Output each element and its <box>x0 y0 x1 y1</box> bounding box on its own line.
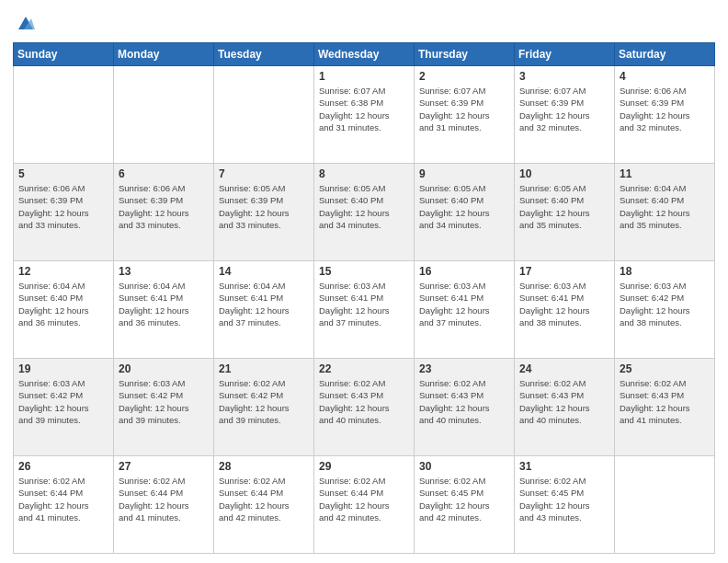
calendar-day-4: 4Sunrise: 6:06 AM Sunset: 6:39 PM Daylig… <box>615 66 715 164</box>
day-info: Sunrise: 6:02 AM Sunset: 6:43 PM Dayligh… <box>620 377 710 426</box>
calendar-day-23: 23Sunrise: 6:02 AM Sunset: 6:43 PM Dayli… <box>415 359 515 456</box>
calendar-week-row: 5Sunrise: 6:06 AM Sunset: 6:39 PM Daylig… <box>14 164 715 261</box>
calendar-day-2: 2Sunrise: 6:07 AM Sunset: 6:39 PM Daylig… <box>415 66 515 164</box>
day-number: 15 <box>319 265 409 278</box>
calendar-empty-cell <box>14 66 114 164</box>
day-number: 21 <box>219 362 309 375</box>
day-info: Sunrise: 6:05 AM Sunset: 6:39 PM Dayligh… <box>219 182 309 231</box>
day-number: 31 <box>519 460 609 473</box>
day-number: 8 <box>319 167 409 180</box>
day-number: 17 <box>519 265 609 278</box>
day-number: 2 <box>419 70 509 83</box>
calendar-day-13: 13Sunrise: 6:04 AM Sunset: 6:41 PM Dayli… <box>114 261 214 359</box>
day-number: 23 <box>419 362 509 375</box>
calendar-header-row: SundayMondayTuesdayWednesdayThursdayFrid… <box>14 43 715 66</box>
calendar-day-30: 30Sunrise: 6:02 AM Sunset: 6:45 PM Dayli… <box>415 456 515 554</box>
calendar-day-27: 27Sunrise: 6:02 AM Sunset: 6:44 PM Dayli… <box>114 456 214 554</box>
logo <box>13 13 37 35</box>
col-header-saturday: Saturday <box>615 43 715 66</box>
calendar-page: SundayMondayTuesdayWednesdayThursdayFrid… <box>0 0 728 563</box>
calendar-day-22: 22Sunrise: 6:02 AM Sunset: 6:43 PM Dayli… <box>314 359 415 456</box>
day-number: 26 <box>18 460 108 473</box>
day-info: Sunrise: 6:06 AM Sunset: 6:39 PM Dayligh… <box>119 182 209 231</box>
day-info: Sunrise: 6:02 AM Sunset: 6:44 PM Dayligh… <box>18 475 108 523</box>
day-info: Sunrise: 6:05 AM Sunset: 6:40 PM Dayligh… <box>519 182 609 231</box>
calendar-week-row: 19Sunrise: 6:03 AM Sunset: 6:42 PM Dayli… <box>14 359 715 456</box>
day-number: 25 <box>620 362 710 375</box>
day-number: 1 <box>319 70 409 83</box>
calendar-day-12: 12Sunrise: 6:04 AM Sunset: 6:40 PM Dayli… <box>14 261 114 359</box>
day-info: Sunrise: 6:04 AM Sunset: 6:41 PM Dayligh… <box>219 280 309 328</box>
day-number: 19 <box>18 362 108 375</box>
calendar-day-25: 25Sunrise: 6:02 AM Sunset: 6:43 PM Dayli… <box>615 359 715 456</box>
day-number: 12 <box>18 265 108 278</box>
day-number: 20 <box>119 362 209 375</box>
calendar-day-6: 6Sunrise: 6:06 AM Sunset: 6:39 PM Daylig… <box>114 164 214 261</box>
calendar-empty-cell <box>214 66 314 164</box>
day-info: Sunrise: 6:03 AM Sunset: 6:42 PM Dayligh… <box>119 377 209 426</box>
day-info: Sunrise: 6:02 AM Sunset: 6:45 PM Dayligh… <box>519 475 609 523</box>
calendar-day-1: 1Sunrise: 6:07 AM Sunset: 6:38 PM Daylig… <box>314 66 415 164</box>
col-header-thursday: Thursday <box>415 43 515 66</box>
day-info: Sunrise: 6:02 AM Sunset: 6:43 PM Dayligh… <box>319 377 409 426</box>
day-info: Sunrise: 6:04 AM Sunset: 6:40 PM Dayligh… <box>620 182 710 231</box>
day-number: 5 <box>18 167 108 180</box>
col-header-sunday: Sunday <box>14 43 114 66</box>
calendar-day-24: 24Sunrise: 6:02 AM Sunset: 6:43 PM Dayli… <box>515 359 615 456</box>
day-number: 4 <box>620 70 710 83</box>
calendar-empty-cell <box>615 456 715 554</box>
day-number: 13 <box>119 265 209 278</box>
day-number: 30 <box>419 460 509 473</box>
day-info: Sunrise: 6:07 AM Sunset: 6:38 PM Dayligh… <box>319 85 409 133</box>
day-info: Sunrise: 6:07 AM Sunset: 6:39 PM Dayligh… <box>519 85 609 133</box>
calendar-day-18: 18Sunrise: 6:03 AM Sunset: 6:42 PM Dayli… <box>615 261 715 359</box>
day-number: 14 <box>219 265 309 278</box>
calendar-day-8: 8Sunrise: 6:05 AM Sunset: 6:40 PM Daylig… <box>314 164 415 261</box>
calendar-day-14: 14Sunrise: 6:04 AM Sunset: 6:41 PM Dayli… <box>214 261 314 359</box>
calendar-day-5: 5Sunrise: 6:06 AM Sunset: 6:39 PM Daylig… <box>14 164 114 261</box>
day-info: Sunrise: 6:04 AM Sunset: 6:41 PM Dayligh… <box>119 280 209 328</box>
calendar-week-row: 1Sunrise: 6:07 AM Sunset: 6:38 PM Daylig… <box>14 66 715 164</box>
day-info: Sunrise: 6:05 AM Sunset: 6:40 PM Dayligh… <box>319 182 409 231</box>
calendar-week-row: 26Sunrise: 6:02 AM Sunset: 6:44 PM Dayli… <box>14 456 715 554</box>
calendar-day-16: 16Sunrise: 6:03 AM Sunset: 6:41 PM Dayli… <box>415 261 515 359</box>
col-header-tuesday: Tuesday <box>214 43 314 66</box>
col-header-wednesday: Wednesday <box>314 43 415 66</box>
day-info: Sunrise: 6:02 AM Sunset: 6:44 PM Dayligh… <box>219 475 309 523</box>
col-header-friday: Friday <box>515 43 615 66</box>
calendar-day-20: 20Sunrise: 6:03 AM Sunset: 6:42 PM Dayli… <box>114 359 214 456</box>
day-info: Sunrise: 6:02 AM Sunset: 6:42 PM Dayligh… <box>219 377 309 426</box>
day-info: Sunrise: 6:03 AM Sunset: 6:41 PM Dayligh… <box>519 280 609 328</box>
calendar-day-9: 9Sunrise: 6:05 AM Sunset: 6:40 PM Daylig… <box>415 164 515 261</box>
day-number: 3 <box>519 70 609 83</box>
day-info: Sunrise: 6:03 AM Sunset: 6:41 PM Dayligh… <box>419 280 509 328</box>
day-number: 18 <box>620 265 710 278</box>
day-number: 29 <box>319 460 409 473</box>
calendar-day-26: 26Sunrise: 6:02 AM Sunset: 6:44 PM Dayli… <box>14 456 114 554</box>
day-info: Sunrise: 6:03 AM Sunset: 6:42 PM Dayligh… <box>18 377 108 426</box>
calendar-day-10: 10Sunrise: 6:05 AM Sunset: 6:40 PM Dayli… <box>515 164 615 261</box>
day-info: Sunrise: 6:05 AM Sunset: 6:40 PM Dayligh… <box>419 182 509 231</box>
day-info: Sunrise: 6:02 AM Sunset: 6:43 PM Dayligh… <box>419 377 509 426</box>
calendar-table: SundayMondayTuesdayWednesdayThursdayFrid… <box>13 42 715 554</box>
col-header-monday: Monday <box>114 43 214 66</box>
day-info: Sunrise: 6:04 AM Sunset: 6:40 PM Dayligh… <box>18 280 108 328</box>
calendar-day-31: 31Sunrise: 6:02 AM Sunset: 6:45 PM Dayli… <box>515 456 615 554</box>
calendar-day-11: 11Sunrise: 6:04 AM Sunset: 6:40 PM Dayli… <box>615 164 715 261</box>
day-number: 24 <box>519 362 609 375</box>
day-info: Sunrise: 6:03 AM Sunset: 6:41 PM Dayligh… <box>319 280 409 328</box>
day-info: Sunrise: 6:06 AM Sunset: 6:39 PM Dayligh… <box>18 182 108 231</box>
logo-icon <box>15 13 37 35</box>
calendar-day-19: 19Sunrise: 6:03 AM Sunset: 6:42 PM Dayli… <box>14 359 114 456</box>
day-number: 22 <box>319 362 409 375</box>
day-number: 6 <box>119 167 209 180</box>
logo-text <box>13 13 37 35</box>
day-info: Sunrise: 6:02 AM Sunset: 6:44 PM Dayligh… <box>319 475 409 523</box>
day-info: Sunrise: 6:02 AM Sunset: 6:43 PM Dayligh… <box>519 377 609 426</box>
day-info: Sunrise: 6:03 AM Sunset: 6:42 PM Dayligh… <box>620 280 710 328</box>
calendar-day-21: 21Sunrise: 6:02 AM Sunset: 6:42 PM Dayli… <box>214 359 314 456</box>
calendar-day-15: 15Sunrise: 6:03 AM Sunset: 6:41 PM Dayli… <box>314 261 415 359</box>
calendar-day-7: 7Sunrise: 6:05 AM Sunset: 6:39 PM Daylig… <box>214 164 314 261</box>
calendar-day-17: 17Sunrise: 6:03 AM Sunset: 6:41 PM Dayli… <box>515 261 615 359</box>
day-number: 27 <box>119 460 209 473</box>
